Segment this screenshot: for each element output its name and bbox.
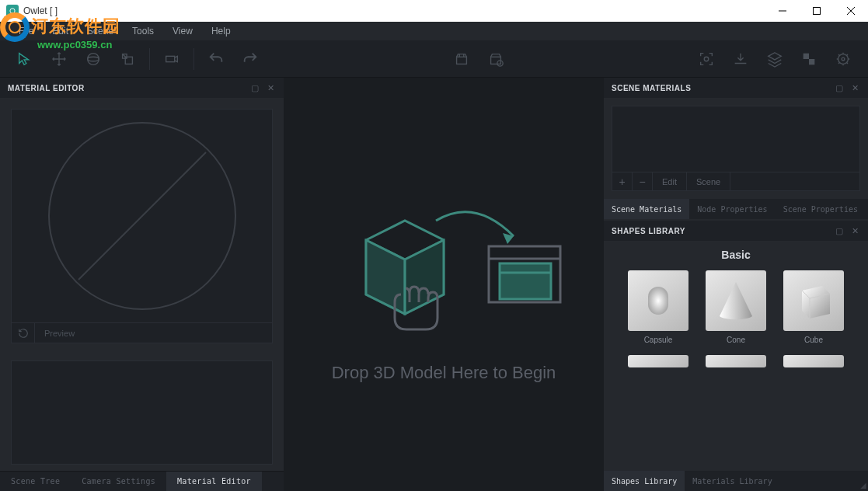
render-icon[interactable] <box>446 45 477 73</box>
scene-material-button[interactable]: Scene <box>687 172 730 190</box>
rotate-tool-icon[interactable] <box>78 45 109 73</box>
add-material-button[interactable]: + <box>612 172 633 190</box>
tab-scene-properties[interactable]: Scene Properties <box>776 199 866 219</box>
menubar: File Edit Scene Tools View Help <box>0 22 868 40</box>
focus-icon[interactable] <box>691 45 722 73</box>
svg-rect-10 <box>456 57 466 64</box>
toolbar <box>0 40 868 78</box>
drop-zone-text: Drop 3D Model Here to Begin <box>319 363 568 383</box>
right-lower-tabs: Shapes LibraryMaterials Library <box>604 471 868 491</box>
undo-icon[interactable] <box>200 45 232 73</box>
svg-point-13 <box>704 57 709 61</box>
svg-point-5 <box>88 53 99 64</box>
svg-point-16 <box>838 54 849 64</box>
material-editor-title: MATERIAL EDITOR <box>8 84 85 92</box>
window-title: Owlet [ ] <box>23 5 58 16</box>
checker-icon[interactable] <box>793 45 824 73</box>
refresh-preview-icon[interactable] <box>12 323 35 343</box>
resize-grip-icon[interactable]: ◢ <box>860 481 866 489</box>
panel-close-icon[interactable]: ✕ <box>849 82 860 93</box>
shape-item-capsule[interactable]: Capsule <box>628 270 688 344</box>
shape-item-cube[interactable]: Cube <box>783 270 844 344</box>
tab-shapes-library[interactable]: Shapes Library <box>604 471 685 491</box>
scene-materials-title: SCENE MATERIALS <box>612 84 691 92</box>
drop-illustration-icon <box>319 186 568 341</box>
shape-thumb-icon <box>706 270 766 331</box>
shape-label: Cube <box>783 336 844 344</box>
tab-camera-settings[interactable]: Camera Settings <box>71 472 166 491</box>
redo-icon[interactable] <box>235 45 266 73</box>
panel-maximize-icon[interactable]: ▢ <box>249 82 260 93</box>
shape-label: Cone <box>706 336 766 344</box>
svg-rect-15 <box>809 59 814 64</box>
menu-scene[interactable]: Scene <box>78 23 123 40</box>
tab-materials-library[interactable]: Materials Library <box>685 471 779 491</box>
settings-gear-icon[interactable] <box>828 45 859 73</box>
tab-node-properties[interactable]: Node Properties <box>689 199 775 219</box>
shape-item-partial[interactable] <box>628 355 688 372</box>
edit-material-button[interactable]: Edit <box>653 172 687 190</box>
menu-view[interactable]: View <box>163 23 202 40</box>
svg-point-0 <box>10 9 15 13</box>
tab-scene-materials[interactable]: Scene Materials <box>604 199 689 219</box>
shape-label: Capsule <box>628 336 688 344</box>
svg-point-12 <box>497 60 502 65</box>
material-preview-area <box>11 109 273 323</box>
menu-edit[interactable]: Edit <box>43 23 78 40</box>
remove-material-button[interactable]: − <box>633 172 653 190</box>
layers-icon[interactable] <box>759 45 790 73</box>
menu-tools[interactable]: Tools <box>123 23 163 40</box>
window-titlebar: Owlet [ ] <box>0 0 868 22</box>
scene-materials-header: SCENE MATERIALS ▢ ✕ <box>604 78 868 98</box>
material-editor-header: MATERIAL EDITOR ▢ ✕ <box>0 78 284 98</box>
move-tool-icon[interactable] <box>44 45 75 73</box>
svg-rect-24 <box>648 287 668 315</box>
scale-tool-icon[interactable] <box>112 45 143 73</box>
shapes-library-header: SHAPES LIBRARY ▢ ✕ <box>604 221 868 241</box>
render-settings-icon[interactable] <box>480 45 511 73</box>
scene-materials-list[interactable] <box>612 106 859 172</box>
svg-point-6 <box>88 57 99 61</box>
shape-thumb-icon <box>783 270 844 331</box>
shape-item-cone[interactable]: Cone <box>706 270 766 344</box>
preview-label: Preview <box>35 329 75 338</box>
svg-line-19 <box>78 152 206 280</box>
window-minimize-button[interactable] <box>765 0 800 22</box>
panel-close-icon[interactable]: ✕ <box>849 225 860 236</box>
menu-help[interactable]: Help <box>202 23 240 40</box>
right-upper-tabs: Scene MaterialsNode PropertiesScene Prop… <box>604 199 868 219</box>
svg-rect-2 <box>814 8 821 15</box>
panel-close-icon[interactable]: ✕ <box>265 82 276 93</box>
shape-item-partial[interactable] <box>783 355 844 372</box>
shapes-category-label: Basic <box>612 249 860 261</box>
shape-thumb-icon <box>628 270 688 331</box>
shapes-library-title: SHAPES LIBRARY <box>612 227 685 235</box>
panel-maximize-icon[interactable]: ▢ <box>834 225 845 236</box>
tab-scene-tree[interactable]: Scene Tree <box>0 472 71 491</box>
tab-material-editor[interactable]: Material Editor <box>166 472 262 491</box>
panel-maximize-icon[interactable]: ▢ <box>834 82 845 93</box>
left-panel-tabs: Scene TreeCamera SettingsMaterial Editor <box>0 471 284 491</box>
app-icon <box>6 5 19 17</box>
shape-item-partial[interactable] <box>706 355 766 372</box>
select-tool-icon[interactable] <box>9 45 40 73</box>
svg-rect-14 <box>804 53 809 58</box>
menu-file[interactable]: File <box>9 23 43 40</box>
svg-rect-22 <box>500 263 551 299</box>
ground-icon[interactable] <box>725 45 756 73</box>
material-properties-area <box>11 360 273 465</box>
svg-rect-9 <box>166 56 175 61</box>
viewport[interactable]: Drop 3D Model Here to Begin <box>284 78 604 491</box>
window-close-button[interactable] <box>834 0 868 22</box>
camera-tool-icon[interactable] <box>156 45 187 73</box>
svg-point-17 <box>842 57 845 61</box>
window-maximize-button[interactable] <box>800 0 834 22</box>
